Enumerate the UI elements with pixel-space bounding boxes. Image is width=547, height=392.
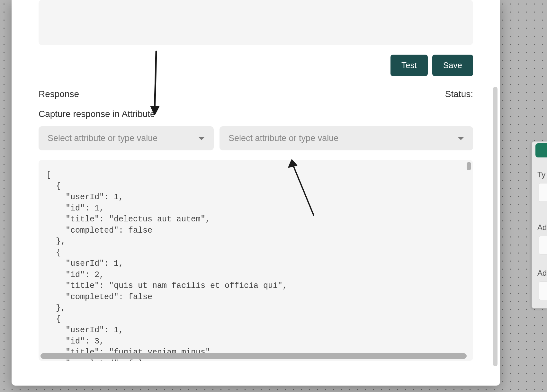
capture-response-label: Capture response in Attribute [39, 109, 473, 119]
response-vertical-scrollbar-thumb[interactable] [467, 162, 471, 170]
request-body-panel[interactable] [39, 0, 473, 45]
attribute-select-row: Select attribute or type value Select at… [39, 126, 473, 150]
side-badge[interactable] [535, 143, 547, 157]
response-horizontal-scrollbar[interactable] [40, 353, 467, 359]
side-field-add-1[interactable] [539, 236, 547, 254]
response-heading: Response [39, 89, 79, 99]
modal-panel: Test Save Response Status: Capture respo… [12, 0, 500, 386]
response-vertical-scrollbar[interactable] [467, 162, 471, 349]
chevron-down-icon [198, 137, 205, 140]
attribute-select-2[interactable]: Select attribute or type value [220, 126, 473, 150]
attribute-select-1-placeholder: Select attribute or type value [48, 133, 157, 143]
status-label: Status: [445, 89, 473, 99]
response-body-text[interactable]: [ { "userId": 1, "id": 1, "title": "dele… [46, 170, 465, 361]
action-button-row: Test Save [39, 55, 473, 76]
test-button[interactable]: Test [390, 55, 428, 76]
side-label-add-1: Ad [537, 223, 547, 232]
response-horizontal-scrollbar-thumb[interactable] [40, 353, 467, 359]
chevron-down-icon [458, 137, 464, 140]
save-button[interactable]: Save [432, 55, 473, 76]
attribute-select-2-placeholder: Select attribute or type value [229, 133, 338, 143]
side-field-type[interactable] [539, 183, 547, 202]
side-field-add-2[interactable] [539, 281, 547, 300]
side-label-type: Ty [537, 170, 547, 179]
response-header-row: Response Status: [39, 89, 473, 99]
attribute-select-1[interactable]: Select attribute or type value [39, 126, 214, 150]
response-body-panel: [ { "userId": 1, "id": 1, "title": "dele… [39, 160, 473, 361]
side-label-add-2: Ad [537, 269, 547, 278]
modal-scrollbar-thumb[interactable] [493, 87, 498, 366]
